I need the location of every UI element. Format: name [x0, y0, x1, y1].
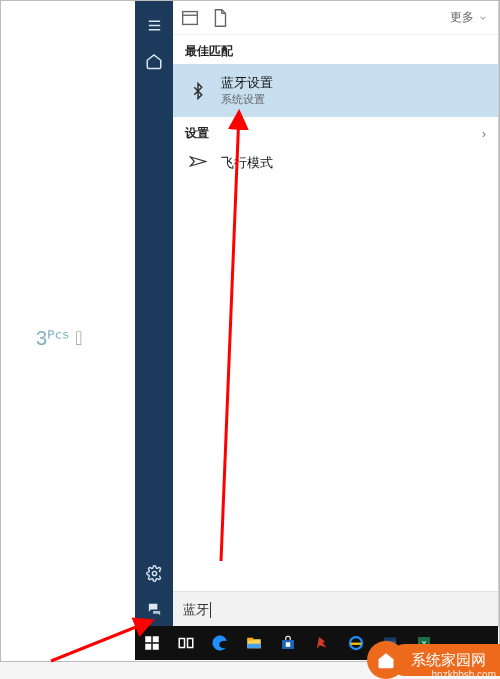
edge-icon[interactable] [203, 626, 237, 660]
feedback-icon[interactable] [135, 591, 173, 627]
app-icon-red[interactable] [305, 626, 339, 660]
chevron-right-icon[interactable]: › [482, 127, 486, 141]
svg-point-0 [152, 571, 156, 575]
svg-rect-6 [179, 639, 184, 648]
result-airplane-mode[interactable]: 飞行模式 [173, 144, 498, 182]
result-subtitle: 系统设置 [221, 92, 273, 107]
bluetooth-icon [185, 78, 211, 104]
svg-rect-2 [145, 636, 151, 642]
home-icon[interactable] [135, 43, 173, 79]
store-icon[interactable] [271, 626, 305, 660]
search-sidebar [135, 1, 173, 627]
more-dropdown[interactable]: 更多 [450, 9, 488, 26]
svg-rect-12 [286, 642, 291, 647]
airplane-icon [185, 150, 211, 176]
site-badge-url: hnzkhbsb.com [432, 669, 496, 679]
site-badge: 系统家园网 hnzkhbsb.com [367, 641, 500, 679]
watermark: 3ᴾᶜˢ𓆟 [36, 326, 82, 350]
svg-rect-10 [247, 644, 261, 649]
app-icon[interactable] [179, 7, 201, 29]
task-view-icon[interactable] [169, 626, 203, 660]
svg-rect-7 [188, 639, 193, 648]
document-icon[interactable] [209, 7, 231, 29]
start-button[interactable] [135, 626, 169, 660]
search-panel: 更多 最佳匹配 蓝牙设置 系统设置 设置 › [135, 1, 499, 627]
gear-icon[interactable] [135, 555, 173, 591]
site-badge-text: 系统家园网 [411, 651, 486, 670]
hamburger-icon[interactable] [135, 7, 173, 43]
search-input[interactable]: 蓝牙 [173, 591, 498, 627]
svg-rect-1 [183, 11, 198, 24]
svg-rect-9 [247, 638, 253, 641]
result-bluetooth-settings[interactable]: 蓝牙设置 系统设置 [173, 64, 498, 117]
result-title: 蓝牙设置 [221, 74, 273, 92]
file-explorer-icon[interactable] [237, 626, 271, 660]
svg-rect-5 [153, 644, 159, 650]
result-title: 飞行模式 [221, 154, 273, 172]
home-icon [367, 641, 405, 679]
section-settings: 设置 [185, 125, 209, 142]
svg-rect-4 [145, 644, 151, 650]
search-header: 更多 [173, 1, 498, 35]
section-best-match: 最佳匹配 [173, 35, 498, 64]
svg-rect-3 [153, 636, 159, 642]
